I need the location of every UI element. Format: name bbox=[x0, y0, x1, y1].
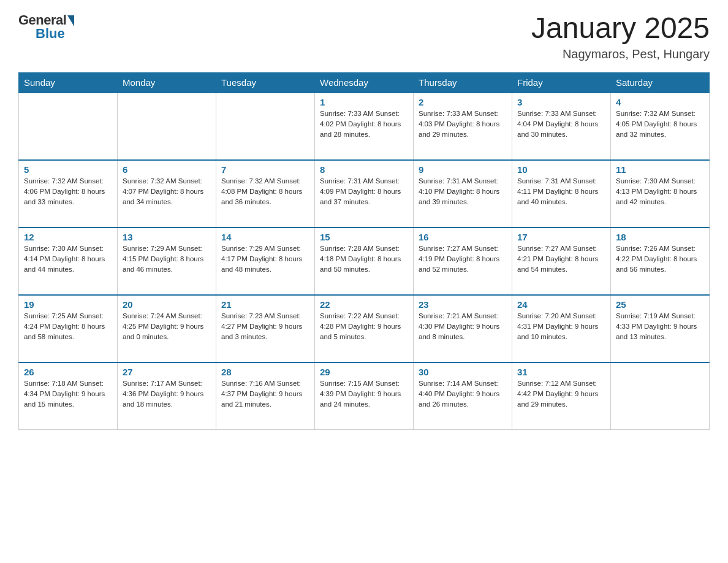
day-info: Sunrise: 7:27 AM Sunset: 4:19 PM Dayligh… bbox=[419, 243, 507, 275]
day-number: 14 bbox=[221, 232, 309, 242]
title-block: January 2025 Nagymaros, Pest, Hungary bbox=[531, 12, 710, 61]
calendar-cell: 26Sunrise: 7:18 AM Sunset: 4:34 PM Dayli… bbox=[19, 362, 118, 430]
calendar-cell: 10Sunrise: 7:31 AM Sunset: 4:11 PM Dayli… bbox=[512, 160, 611, 228]
day-info: Sunrise: 7:31 AM Sunset: 4:09 PM Dayligh… bbox=[320, 176, 408, 208]
day-number: 6 bbox=[123, 164, 211, 175]
calendar-cell: 7Sunrise: 7:32 AM Sunset: 4:08 PM Daylig… bbox=[216, 160, 315, 228]
day-info: Sunrise: 7:31 AM Sunset: 4:11 PM Dayligh… bbox=[517, 176, 605, 208]
calendar-cell: 22Sunrise: 7:22 AM Sunset: 4:28 PM Dayli… bbox=[315, 295, 414, 362]
day-number: 4 bbox=[616, 97, 704, 107]
calendar-cell: 14Sunrise: 7:29 AM Sunset: 4:17 PM Dayli… bbox=[216, 228, 315, 295]
calendar-cell bbox=[118, 93, 216, 160]
day-number: 30 bbox=[419, 367, 507, 377]
day-info: Sunrise: 7:33 AM Sunset: 4:02 PM Dayligh… bbox=[320, 109, 408, 140]
day-number: 7 bbox=[221, 164, 309, 175]
day-info: Sunrise: 7:19 AM Sunset: 4:33 PM Dayligh… bbox=[616, 311, 704, 343]
calendar-cell: 3Sunrise: 7:33 AM Sunset: 4:04 PM Daylig… bbox=[512, 93, 611, 160]
day-number: 26 bbox=[24, 367, 112, 377]
day-info: Sunrise: 7:15 AM Sunset: 4:39 PM Dayligh… bbox=[320, 378, 408, 410]
calendar-cell: 18Sunrise: 7:26 AM Sunset: 4:22 PM Dayli… bbox=[611, 228, 710, 295]
calendar-cell: 31Sunrise: 7:12 AM Sunset: 4:42 PM Dayli… bbox=[512, 362, 611, 430]
day-info: Sunrise: 7:32 AM Sunset: 4:07 PM Dayligh… bbox=[123, 176, 211, 208]
calendar-day-header: Thursday bbox=[414, 72, 512, 93]
calendar-day-header: Wednesday bbox=[315, 72, 414, 93]
day-info: Sunrise: 7:32 AM Sunset: 4:05 PM Dayligh… bbox=[616, 109, 704, 140]
logo: General Blue bbox=[18, 12, 74, 42]
page-header: General Blue January 2025 Nagymaros, Pes… bbox=[18, 12, 710, 61]
day-number: 5 bbox=[24, 164, 112, 175]
day-number: 9 bbox=[419, 164, 507, 175]
day-number: 19 bbox=[24, 299, 112, 310]
day-number: 8 bbox=[320, 164, 408, 175]
day-number: 3 bbox=[517, 97, 605, 107]
day-number: 17 bbox=[517, 232, 605, 242]
calendar-day-header: Friday bbox=[512, 72, 611, 93]
calendar-cell: 25Sunrise: 7:19 AM Sunset: 4:33 PM Dayli… bbox=[611, 295, 710, 362]
day-number: 29 bbox=[320, 367, 408, 377]
day-info: Sunrise: 7:29 AM Sunset: 4:17 PM Dayligh… bbox=[221, 243, 309, 275]
day-info: Sunrise: 7:17 AM Sunset: 4:36 PM Dayligh… bbox=[123, 378, 211, 410]
day-info: Sunrise: 7:26 AM Sunset: 4:22 PM Dayligh… bbox=[616, 243, 704, 275]
calendar-week-row: 1Sunrise: 7:33 AM Sunset: 4:02 PM Daylig… bbox=[19, 93, 710, 160]
calendar-cell bbox=[19, 93, 118, 160]
day-number: 10 bbox=[517, 164, 605, 175]
logo-triangle-icon bbox=[67, 15, 74, 26]
calendar-table: SundayMondayTuesdayWednesdayThursdayFrid… bbox=[18, 72, 710, 431]
day-number: 11 bbox=[616, 164, 704, 175]
calendar-cell: 13Sunrise: 7:29 AM Sunset: 4:15 PM Dayli… bbox=[118, 228, 216, 295]
location-title: Nagymaros, Pest, Hungary bbox=[531, 47, 710, 61]
calendar-cell: 8Sunrise: 7:31 AM Sunset: 4:09 PM Daylig… bbox=[315, 160, 414, 228]
calendar-cell: 29Sunrise: 7:15 AM Sunset: 4:39 PM Dayli… bbox=[315, 362, 414, 430]
day-info: Sunrise: 7:30 AM Sunset: 4:13 PM Dayligh… bbox=[616, 176, 704, 208]
day-number: 13 bbox=[123, 232, 211, 242]
day-info: Sunrise: 7:22 AM Sunset: 4:28 PM Dayligh… bbox=[320, 311, 408, 343]
day-info: Sunrise: 7:20 AM Sunset: 4:31 PM Dayligh… bbox=[517, 311, 605, 343]
day-number: 21 bbox=[221, 299, 309, 310]
calendar-cell: 20Sunrise: 7:24 AM Sunset: 4:25 PM Dayli… bbox=[118, 295, 216, 362]
logo-blue-text: Blue bbox=[36, 26, 65, 42]
calendar-cell: 17Sunrise: 7:27 AM Sunset: 4:21 PM Dayli… bbox=[512, 228, 611, 295]
calendar-cell: 15Sunrise: 7:28 AM Sunset: 4:18 PM Dayli… bbox=[315, 228, 414, 295]
calendar-cell: 11Sunrise: 7:30 AM Sunset: 4:13 PM Dayli… bbox=[611, 160, 710, 228]
day-info: Sunrise: 7:21 AM Sunset: 4:30 PM Dayligh… bbox=[419, 311, 507, 343]
day-info: Sunrise: 7:30 AM Sunset: 4:14 PM Dayligh… bbox=[24, 243, 112, 275]
calendar-cell bbox=[611, 362, 710, 430]
calendar-cell: 4Sunrise: 7:32 AM Sunset: 4:05 PM Daylig… bbox=[611, 93, 710, 160]
calendar-day-header: Monday bbox=[118, 72, 216, 93]
calendar-cell: 19Sunrise: 7:25 AM Sunset: 4:24 PM Dayli… bbox=[19, 295, 118, 362]
calendar-week-row: 19Sunrise: 7:25 AM Sunset: 4:24 PM Dayli… bbox=[19, 295, 710, 362]
day-number: 12 bbox=[24, 232, 112, 242]
day-info: Sunrise: 7:12 AM Sunset: 4:42 PM Dayligh… bbox=[517, 378, 605, 410]
day-number: 23 bbox=[419, 299, 507, 310]
day-info: Sunrise: 7:29 AM Sunset: 4:15 PM Dayligh… bbox=[123, 243, 211, 275]
day-info: Sunrise: 7:27 AM Sunset: 4:21 PM Dayligh… bbox=[517, 243, 605, 275]
day-number: 25 bbox=[616, 299, 704, 310]
calendar-cell: 30Sunrise: 7:14 AM Sunset: 4:40 PM Dayli… bbox=[414, 362, 512, 430]
day-info: Sunrise: 7:32 AM Sunset: 4:06 PM Dayligh… bbox=[24, 176, 112, 208]
calendar-day-header: Saturday bbox=[611, 72, 710, 93]
calendar-cell: 16Sunrise: 7:27 AM Sunset: 4:19 PM Dayli… bbox=[414, 228, 512, 295]
day-number: 2 bbox=[419, 97, 507, 107]
day-info: Sunrise: 7:31 AM Sunset: 4:10 PM Dayligh… bbox=[419, 176, 507, 208]
calendar-week-row: 26Sunrise: 7:18 AM Sunset: 4:34 PM Dayli… bbox=[19, 362, 710, 430]
day-info: Sunrise: 7:28 AM Sunset: 4:18 PM Dayligh… bbox=[320, 243, 408, 275]
day-number: 18 bbox=[616, 232, 704, 242]
calendar-week-row: 5Sunrise: 7:32 AM Sunset: 4:06 PM Daylig… bbox=[19, 160, 710, 228]
calendar-cell: 2Sunrise: 7:33 AM Sunset: 4:03 PM Daylig… bbox=[414, 93, 512, 160]
day-number: 31 bbox=[517, 367, 605, 377]
calendar-week-row: 12Sunrise: 7:30 AM Sunset: 4:14 PM Dayli… bbox=[19, 228, 710, 295]
calendar-cell: 12Sunrise: 7:30 AM Sunset: 4:14 PM Dayli… bbox=[19, 228, 118, 295]
day-number: 16 bbox=[419, 232, 507, 242]
day-number: 22 bbox=[320, 299, 408, 310]
calendar-header-row: SundayMondayTuesdayWednesdayThursdayFrid… bbox=[19, 72, 710, 93]
calendar-cell bbox=[216, 93, 315, 160]
day-number: 1 bbox=[320, 97, 408, 107]
calendar-cell: 24Sunrise: 7:20 AM Sunset: 4:31 PM Dayli… bbox=[512, 295, 611, 362]
day-number: 20 bbox=[123, 299, 211, 310]
day-info: Sunrise: 7:32 AM Sunset: 4:08 PM Dayligh… bbox=[221, 176, 309, 208]
day-number: 15 bbox=[320, 232, 408, 242]
day-info: Sunrise: 7:24 AM Sunset: 4:25 PM Dayligh… bbox=[123, 311, 211, 343]
month-title: January 2025 bbox=[531, 12, 710, 45]
day-info: Sunrise: 7:33 AM Sunset: 4:03 PM Dayligh… bbox=[419, 109, 507, 140]
calendar-cell: 6Sunrise: 7:32 AM Sunset: 4:07 PM Daylig… bbox=[118, 160, 216, 228]
